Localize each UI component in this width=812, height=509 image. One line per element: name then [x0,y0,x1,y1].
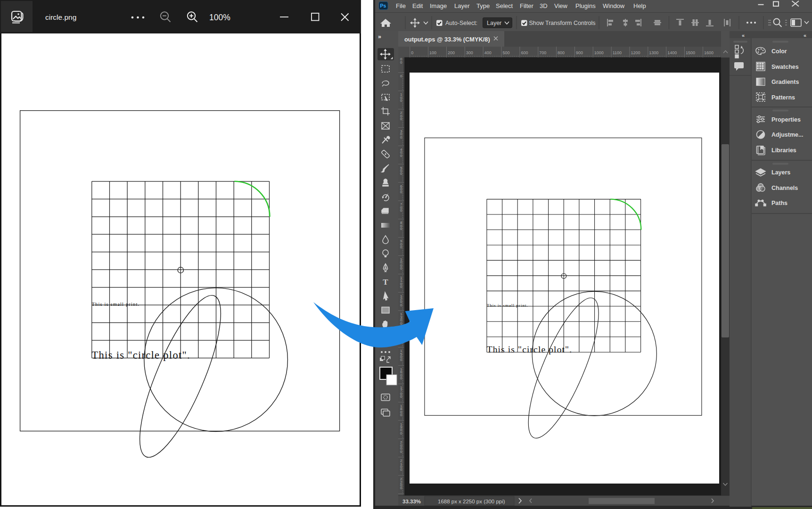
svg-text:»: » [378,33,381,40]
svg-text:1000: 1000 [594,50,604,55]
svg-text:33.33%: 33.33% [402,499,421,504]
svg-text:0: 0 [400,413,402,417]
svg-text:1100: 1100 [613,50,622,55]
svg-text:Help: Help [633,2,646,9]
svg-text:Layer: Layer [454,2,470,9]
svg-text:1400: 1400 [667,50,677,55]
svg-text:Ps: Ps [380,3,386,8]
svg-text:Patterns: Patterns [771,94,795,101]
svg-text:400: 400 [484,50,492,55]
svg-text:«: « [742,33,745,38]
svg-text:0: 0 [400,227,402,231]
svg-text:0: 0 [400,303,402,307]
svg-text:Select: Select [496,2,513,9]
svg-text:0: 0 [400,468,402,472]
svg-text:0: 0 [400,99,402,103]
svg-text:Layers: Layers [771,169,790,176]
svg-text:0: 0 [411,50,413,55]
svg-text:900: 900 [576,50,583,55]
svg-text:0: 0 [400,486,402,490]
svg-text:0: 0 [400,285,402,289]
svg-text:0: 0 [400,190,402,194]
svg-text:700: 700 [539,50,546,55]
svg-text:0: 0 [400,154,402,158]
svg-text:300: 300 [466,50,473,55]
svg-text:0: 0 [400,394,402,399]
svg-text:1200: 1200 [631,50,640,55]
svg-text:T: T [383,278,388,287]
svg-text:View: View [554,2,568,9]
svg-text:0: 0 [400,60,402,65]
svg-text:Color: Color [771,48,787,55]
svg-text:1600: 1600 [704,50,714,55]
svg-text:0: 0 [400,358,402,362]
svg-text:Gradients: Gradients [771,79,799,85]
svg-text:Libraries: Libraries [771,147,796,154]
svg-text:Properties: Properties [771,116,801,123]
svg-text:0: 0 [400,135,402,140]
svg-text:0: 0 [400,74,402,78]
svg-text:Paths: Paths [771,200,787,206]
svg-text:200: 200 [448,50,455,55]
svg-text:1688 px x 2250 px (300 ppi): 1688 px x 2250 px (300 ppi) [438,499,505,504]
svg-text:100: 100 [429,50,436,55]
svg-text:Image: Image [430,2,447,9]
svg-text:0: 0 [400,376,402,380]
svg-text:500: 500 [503,50,510,55]
svg-text:«: « [804,33,806,38]
svg-text:0: 0 [400,450,402,454]
svg-text:100%: 100% [209,13,230,22]
svg-text:Layer: Layer [487,20,501,26]
svg-text:0: 0 [400,431,402,435]
svg-text:Window: Window [603,2,625,9]
svg-text:Swatches: Swatches [771,64,799,70]
svg-text:File: File [396,2,406,9]
svg-text:Plugins: Plugins [575,2,596,9]
svg-text:800: 800 [558,50,565,55]
svg-text:Edit: Edit [412,2,423,9]
svg-text:Filter: Filter [520,2,534,9]
svg-text:0: 0 [400,208,402,213]
svg-text:1300: 1300 [649,50,658,55]
svg-text:Auto-Select:: Auto-Select: [445,20,477,26]
svg-text:0: 0 [400,172,402,176]
svg-text:0: 0 [400,117,402,121]
svg-text:0: 0 [400,266,402,271]
svg-text:Adjustme...: Adjustme... [771,131,803,138]
svg-text:Channels: Channels [771,185,798,191]
svg-text:3D: 3D [540,2,548,9]
svg-text:1500: 1500 [686,50,695,55]
svg-text:0: 0 [400,340,402,344]
svg-text:Show Transform Controls: Show Transform Controls [529,20,596,26]
svg-text:600: 600 [521,50,528,55]
svg-text:0: 0 [400,245,402,249]
svg-text:circle.png: circle.png [45,13,76,21]
svg-text:Type: Type [476,2,490,9]
svg-text:0: 0 [400,321,402,326]
